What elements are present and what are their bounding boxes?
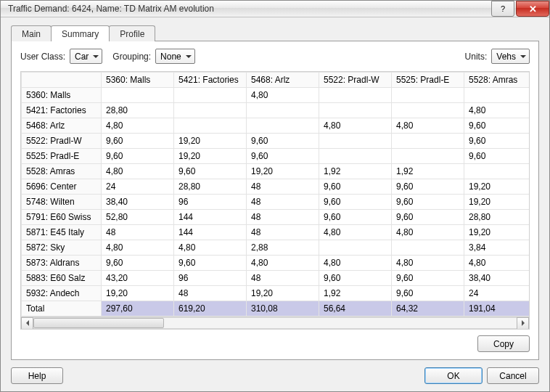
cancel-button[interactable]: Cancel (487, 367, 539, 384)
data-cell[interactable]: 2,88 (247, 240, 319, 256)
column-header[interactable]: 5528: Amras (464, 73, 530, 88)
data-cell[interactable]: 24 (102, 179, 174, 195)
row-header[interactable]: 5748: Wilten (22, 195, 102, 210)
row-header[interactable]: 5528: Amras (22, 164, 102, 179)
data-cell[interactable]: 4,80 (102, 164, 174, 179)
data-cell[interactable]: 19,20 (247, 286, 319, 301)
data-cell[interactable]: 9,60 (464, 118, 530, 134)
data-cell[interactable]: 4,80 (102, 118, 174, 134)
row-header[interactable]: 5932: Andech (22, 286, 102, 301)
tab-summary[interactable]: Summary (51, 25, 110, 41)
data-cell[interactable]: 96 (174, 195, 247, 210)
data-cell[interactable]: 9,60 (392, 286, 464, 301)
tab-main[interactable]: Main (11, 25, 52, 41)
data-cell[interactable]: 9,60 (319, 195, 392, 210)
data-cell[interactable] (247, 118, 319, 134)
data-cell[interactable] (319, 149, 392, 164)
data-cell[interactable]: 19,20 (247, 164, 319, 179)
row-header[interactable]: 5872: Sky (22, 240, 102, 256)
data-cell[interactable]: 4,80 (464, 103, 530, 118)
data-cell[interactable]: 48 (174, 286, 247, 301)
column-header[interactable]: 5525: Pradl-E (392, 73, 464, 88)
data-cell[interactable]: 19,20 (464, 179, 530, 195)
data-cell[interactable]: 28,80 (102, 103, 174, 118)
data-cell[interactable] (174, 118, 247, 134)
units-select[interactable]: Vehs (491, 49, 530, 64)
data-cell[interactable]: 9,60 (102, 149, 174, 164)
data-cell[interactable]: 4,80 (319, 225, 392, 240)
data-cell[interactable] (319, 134, 392, 149)
data-cell[interactable]: 19,20 (102, 286, 174, 301)
data-cell[interactable]: 52,80 (102, 210, 174, 225)
data-cell[interactable] (464, 88, 530, 103)
data-cell[interactable]: 9,60 (102, 256, 174, 271)
data-cell[interactable] (247, 103, 319, 118)
data-cell[interactable]: 48 (247, 195, 319, 210)
data-cell[interactable]: 4,80 (174, 240, 247, 256)
data-cell[interactable]: 1,92 (392, 164, 464, 179)
titlebar-help-button[interactable]: ? (491, 1, 514, 17)
data-cell[interactable]: 9,60 (392, 210, 464, 225)
data-cell[interactable]: 4,80 (392, 225, 464, 240)
data-cell[interactable]: 9,60 (464, 149, 530, 164)
row-header[interactable]: 5360: Malls (22, 88, 102, 103)
data-cell[interactable]: 4,80 (319, 118, 392, 134)
copy-button[interactable]: Copy (477, 335, 530, 352)
data-cell[interactable]: 24 (464, 286, 530, 301)
column-header[interactable]: 5360: Malls (102, 73, 174, 88)
row-header[interactable]: 5871: E45 Italy (22, 225, 102, 240)
data-cell[interactable] (319, 88, 392, 103)
data-cell[interactable]: 9,60 (319, 210, 392, 225)
data-cell[interactable]: 9,60 (247, 149, 319, 164)
data-cell[interactable]: 9,60 (392, 271, 464, 286)
ok-button[interactable]: OK (424, 367, 483, 384)
data-cell[interactable] (319, 240, 392, 256)
data-cell[interactable] (392, 149, 464, 164)
data-cell[interactable]: 9,60 (174, 256, 247, 271)
data-cell[interactable]: 19,20 (174, 134, 247, 149)
data-cell[interactable]: 9,60 (464, 134, 530, 149)
data-cell[interactable] (392, 134, 464, 149)
column-header[interactable]: 5468: Arlz (247, 73, 319, 88)
data-cell[interactable]: 38,40 (464, 271, 530, 286)
row-header[interactable]: 5883: E60 Salz (22, 271, 102, 286)
row-header[interactable]: 5522: Pradl-W (22, 134, 102, 149)
data-cell[interactable]: 144 (174, 210, 247, 225)
row-header[interactable]: 5421: Factories (22, 103, 102, 118)
data-cell[interactable]: 48 (247, 179, 319, 195)
scroll-left-button[interactable] (21, 317, 33, 330)
data-cell[interactable]: 9,60 (247, 134, 319, 149)
data-cell[interactable] (102, 88, 174, 103)
data-cell[interactable] (392, 88, 464, 103)
grouping-select[interactable]: None (155, 49, 195, 64)
data-cell[interactable]: 9,60 (319, 271, 392, 286)
data-cell[interactable]: 1,92 (319, 164, 392, 179)
data-cell[interactable] (174, 103, 247, 118)
data-cell[interactable]: 9,60 (392, 179, 464, 195)
row-header[interactable]: 5791: E60 Swiss (22, 210, 102, 225)
row-header[interactable]: 5468: Arlz (22, 118, 102, 134)
data-cell[interactable]: 4,80 (392, 256, 464, 271)
data-cell[interactable] (392, 240, 464, 256)
column-header[interactable]: 5421: Factories (174, 73, 247, 88)
data-cell[interactable]: 48 (247, 225, 319, 240)
data-cell[interactable]: 48 (247, 271, 319, 286)
data-cell[interactable]: 28,80 (174, 179, 247, 195)
data-cell[interactable]: 28,80 (464, 210, 530, 225)
tab-profile[interactable]: Profile (109, 25, 155, 41)
data-cell[interactable]: 4,80 (247, 88, 319, 103)
data-cell[interactable]: 43,20 (102, 271, 174, 286)
data-cell[interactable]: 19,20 (464, 225, 530, 240)
row-header[interactable]: 5696: Center (22, 179, 102, 195)
data-cell[interactable]: 4,80 (319, 256, 392, 271)
data-cell[interactable]: 1,92 (319, 286, 392, 301)
data-cell[interactable]: 9,60 (392, 195, 464, 210)
data-cell[interactable]: 9,60 (102, 134, 174, 149)
data-cell[interactable]: 3,84 (464, 240, 530, 256)
column-header[interactable]: 5522: Pradl-W (319, 73, 392, 88)
data-cell[interactable]: 19,20 (464, 195, 530, 210)
data-cell[interactable]: 48 (102, 225, 174, 240)
data-cell[interactable]: 9,60 (319, 179, 392, 195)
data-cell[interactable]: 4,80 (464, 256, 530, 271)
user-class-select[interactable]: Car (70, 49, 102, 64)
